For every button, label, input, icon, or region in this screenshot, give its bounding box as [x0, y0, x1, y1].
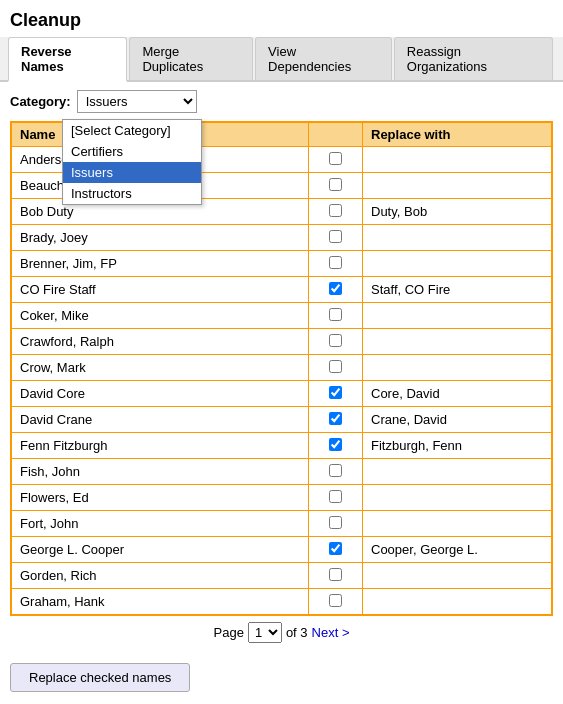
table-row: Crawford, Ralph [12, 329, 552, 355]
row-checkbox[interactable] [329, 438, 342, 451]
row-checkbox[interactable] [329, 308, 342, 321]
tab-reassign-organizations[interactable]: Reassign Organizations [394, 37, 553, 80]
table-row: Crow, Mark [12, 355, 552, 381]
dropdown-item-instructors[interactable]: Instructors [63, 183, 201, 204]
row-name: Fenn Fitzburgh [12, 433, 309, 459]
table-row: Fenn FitzburghFitzburgh, Fenn [12, 433, 552, 459]
row-checkbox[interactable] [329, 386, 342, 399]
row-replace[interactable]: Duty, Bob [363, 199, 552, 225]
row-replace[interactable]: Cooper, George L. [363, 537, 552, 563]
category-row: Category: Issuers [10, 90, 553, 113]
page-label: Page [214, 625, 244, 640]
category-dropdown[interactable]: [Select Category] Certifiers Issuers Ins… [62, 119, 202, 205]
row-checkbox-cell [309, 433, 363, 459]
row-checkbox-cell [309, 277, 363, 303]
table-row: Gorden, Rich [12, 563, 552, 589]
next-link[interactable]: Next > [312, 625, 350, 640]
table-row: CO Fire StaffStaff, CO Fire [12, 277, 552, 303]
table-row: Flowers, Ed [12, 485, 552, 511]
row-checkbox[interactable] [329, 204, 342, 217]
row-checkbox-cell [309, 511, 363, 537]
row-replace[interactable] [363, 147, 552, 173]
row-checkbox-cell [309, 459, 363, 485]
row-checkbox[interactable] [329, 230, 342, 243]
row-checkbox[interactable] [329, 594, 342, 607]
pagination: Page 1 2 3 of 3 Next > [10, 616, 553, 647]
tabs-bar: Reverse Names Merge Duplicates View Depe… [0, 37, 563, 82]
col-header-replace: Replace with [363, 123, 552, 147]
content-area: Category: Issuers [Select Category] Cert… [0, 82, 563, 655]
bottom-bar: Replace checked names [0, 655, 563, 700]
row-replace[interactable] [363, 355, 552, 381]
table-row: Brady, Joey [12, 225, 552, 251]
row-checkbox-cell [309, 199, 363, 225]
row-name: Gorden, Rich [12, 563, 309, 589]
row-replace[interactable] [363, 173, 552, 199]
dropdown-item-certifiers[interactable]: Certifiers [63, 141, 201, 162]
row-replace[interactable] [363, 329, 552, 355]
tab-view-dependencies[interactable]: View Dependencies [255, 37, 392, 80]
row-checkbox[interactable] [329, 490, 342, 503]
row-replace[interactable]: Fitzburgh, Fenn [363, 433, 552, 459]
row-checkbox-cell [309, 329, 363, 355]
row-checkbox-cell [309, 303, 363, 329]
col-header-check [309, 123, 363, 147]
row-checkbox-cell [309, 225, 363, 251]
tab-merge-duplicates[interactable]: Merge Duplicates [129, 37, 253, 80]
category-select[interactable]: Issuers [77, 90, 197, 113]
row-replace[interactable] [363, 485, 552, 511]
table-row: Coker, Mike [12, 303, 552, 329]
row-checkbox[interactable] [329, 360, 342, 373]
row-name: Fort, John [12, 511, 309, 537]
row-checkbox[interactable] [329, 178, 342, 191]
row-checkbox[interactable] [329, 334, 342, 347]
row-name: Brady, Joey [12, 225, 309, 251]
row-replace[interactable] [363, 225, 552, 251]
table-row: David CoreCore, David [12, 381, 552, 407]
category-label: Category: [10, 94, 71, 109]
row-replace[interactable] [363, 511, 552, 537]
table-row: Fish, John [12, 459, 552, 485]
row-replace[interactable] [363, 563, 552, 589]
page-title: Cleanup [0, 0, 563, 37]
row-name: David Core [12, 381, 309, 407]
dropdown-item-issuers[interactable]: Issuers [63, 162, 201, 183]
row-name: Fish, John [12, 459, 309, 485]
row-checkbox[interactable] [329, 542, 342, 555]
row-checkbox-cell [309, 589, 363, 615]
row-name: George L. Cooper [12, 537, 309, 563]
table-row: Graham, Hank [12, 589, 552, 615]
row-checkbox[interactable] [329, 464, 342, 477]
row-checkbox-cell [309, 485, 363, 511]
row-replace[interactable]: Staff, CO Fire [363, 277, 552, 303]
row-checkbox[interactable] [329, 412, 342, 425]
row-name: Graham, Hank [12, 589, 309, 615]
row-replace[interactable] [363, 251, 552, 277]
page-select[interactable]: 1 2 3 [248, 622, 282, 643]
row-name: Crow, Mark [12, 355, 309, 381]
table-row: David CraneCrane, David [12, 407, 552, 433]
row-checkbox-cell [309, 563, 363, 589]
row-checkbox[interactable] [329, 256, 342, 269]
dropdown-item-select-category[interactable]: [Select Category] [63, 120, 201, 141]
row-checkbox-cell [309, 147, 363, 173]
row-name: CO Fire Staff [12, 277, 309, 303]
table-row: Fort, John [12, 511, 552, 537]
row-replace[interactable] [363, 459, 552, 485]
row-replace[interactable] [363, 303, 552, 329]
row-replace[interactable] [363, 589, 552, 615]
tab-reverse-names[interactable]: Reverse Names [8, 37, 127, 82]
table-row: George L. CooperCooper, George L. [12, 537, 552, 563]
replace-checked-button[interactable]: Replace checked names [10, 663, 190, 692]
row-checkbox[interactable] [329, 282, 342, 295]
row-checkbox[interactable] [329, 568, 342, 581]
table-row: Brenner, Jim, FP [12, 251, 552, 277]
row-checkbox[interactable] [329, 152, 342, 165]
row-checkbox[interactable] [329, 516, 342, 529]
row-name: Coker, Mike [12, 303, 309, 329]
row-checkbox-cell [309, 381, 363, 407]
row-checkbox-cell [309, 537, 363, 563]
row-replace[interactable]: Crane, David [363, 407, 552, 433]
row-name: David Crane [12, 407, 309, 433]
row-replace[interactable]: Core, David [363, 381, 552, 407]
